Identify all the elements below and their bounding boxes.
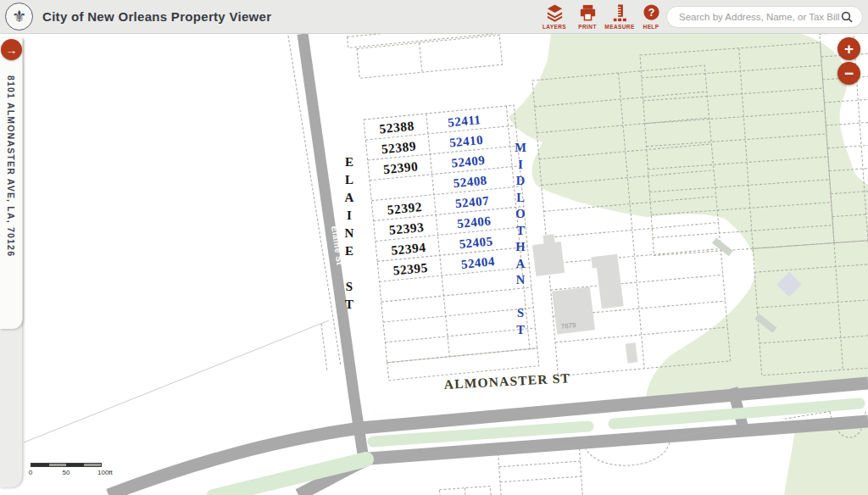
print-icon: [578, 3, 598, 23]
building-number-label: 7879: [560, 321, 576, 331]
search-icon[interactable]: [841, 11, 854, 24]
building: [542, 234, 554, 245]
address-tab-label: 8101 ALMONASTER AVE, LA, 70126: [6, 75, 16, 257]
help-button-label: HELP: [632, 24, 670, 30]
app-header: ⚜ City of New Orleans Property Viewer LA…: [0, 0, 868, 34]
property-viewer-app: 52388 52389 52390 52392 52393 52394 5239…: [0, 0, 868, 495]
arrow-right-icon: →: [6, 43, 18, 57]
zoom-in-button[interactable]: +: [837, 37, 860, 60]
midlothan-street-block-label: MIDLOTHAN ST: [513, 141, 527, 339]
elaine-street-block-label: ELAINE ST: [342, 155, 356, 315]
scale-bar: 0 50 100ft: [31, 463, 102, 477]
expand-panel-button[interactable]: →: [1, 39, 22, 60]
plus-icon: +: [844, 41, 854, 57]
fleur-de-lis-icon: ⚜: [12, 7, 26, 26]
zoom-out-button[interactable]: −: [837, 62, 860, 85]
layers-button-label: LAYERS: [536, 24, 573, 30]
scale-bar-segments: [31, 463, 102, 467]
minus-icon: −: [844, 65, 854, 81]
search-bar: [666, 6, 863, 28]
layers-button[interactable]: LAYERS: [536, 3, 573, 30]
page-title: City of New Orleans Property Viewer: [42, 9, 271, 24]
address-result-tab[interactable]: → 8101 ALMONASTER AVE, LA, 70126: [0, 38, 23, 329]
help-icon: ?: [642, 3, 661, 23]
building: [532, 242, 565, 276]
measure-icon: [610, 3, 630, 23]
building: [591, 256, 600, 268]
map-canvas[interactable]: 52388 52389 52390 52392 52393 52394 5239…: [0, 0, 868, 495]
vegetation-area-bottom-right: [784, 422, 868, 495]
scale-label-0: 0: [29, 469, 32, 476]
search-input[interactable]: [679, 12, 841, 22]
layers-icon: [545, 3, 565, 23]
fleur-de-lis-logo: ⚜: [5, 3, 33, 31]
help-button[interactable]: ? HELP: [632, 3, 670, 30]
svg-text:?: ?: [648, 7, 654, 19]
scale-label-50: 50: [63, 469, 70, 476]
scale-label-100: 100ft: [97, 469, 113, 476]
